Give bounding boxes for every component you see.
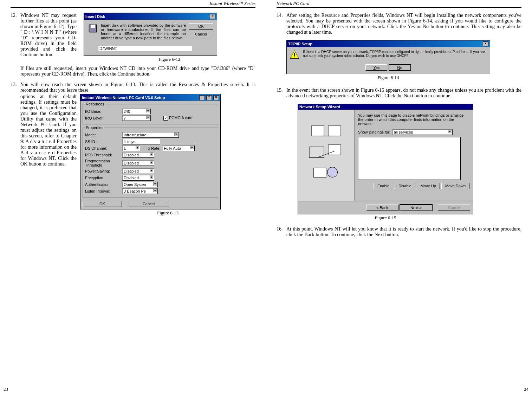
step-14-text: After setting the Resource and Propertie… <box>286 13 521 35</box>
io-base-select[interactable]: 240 <box>122 109 151 114</box>
figure-6-13-caption: Figure 6-13 <box>80 210 255 216</box>
disable-button[interactable]: DisableDisable <box>395 183 415 189</box>
setup-dialog: Instant Wireless Network PC Card V3.0 Se… <box>80 94 221 209</box>
wizard-illustration <box>298 110 355 201</box>
step-15-text: In the event that the screen shown in Fi… <box>286 88 521 99</box>
minimize-icon[interactable]: _ <box>199 95 205 100</box>
page-header-right: Network PC Card <box>277 0 521 8</box>
svg-text:!: ! <box>293 52 295 58</box>
encryption-select[interactable]: Disabled <box>122 175 154 181</box>
io-base-label: I/O Base: <box>85 109 120 114</box>
irq-label: IRQ Level: <box>85 116 120 120</box>
dialog-title: Network Setup Wizard <box>299 105 340 109</box>
mode-label: Mode: <box>85 133 120 137</box>
maximize-icon[interactable]: □ <box>206 95 212 100</box>
pcmcia-checkbox[interactable]: ✓ <box>163 116 168 121</box>
resources-group: Resources <box>85 102 105 106</box>
dialog-message: Insert disk with software provided by th… <box>98 23 189 40</box>
step-16-text: At this point, Windows NT will let you k… <box>286 226 521 238</box>
auth-select[interactable]: Open Systen <box>122 182 158 187</box>
enable-button[interactable]: EnableEnable <box>374 183 393 189</box>
frag-select[interactable]: Disabled <box>122 160 154 166</box>
close-icon[interactable]: × <box>210 14 215 19</box>
cancel-button[interactable]: Cancel <box>189 31 213 37</box>
figure-6-14-caption: Figure 6-14 <box>286 75 490 80</box>
rts-label: RTS Threshold: <box>85 153 120 157</box>
disk-icon <box>87 23 98 40</box>
power-label: Power Saving: <box>85 169 120 173</box>
warning-icon: ! <box>290 50 299 60</box>
rts-select[interactable]: Disabled <box>122 152 154 158</box>
move-up-button[interactable]: Move UpMove Up <box>417 183 440 189</box>
next-button[interactable]: Next > <box>400 204 433 211</box>
close-icon[interactable]: × <box>483 41 488 46</box>
svg-rect-8 <box>313 168 326 177</box>
step-12-text: Windows NT may request further files at … <box>20 13 77 62</box>
encryption-label: Encryption: <box>85 176 120 180</box>
figure-6-12-caption: Figure 6-12 <box>84 57 255 62</box>
bindings-listbox[interactable] <box>358 137 461 180</box>
dialog-title: Instant Wireless Network PC Card V3.0 Se… <box>82 96 165 100</box>
dialog-title: TCP/IP Setup <box>288 42 312 46</box>
step-13-number: 13. <box>11 82 20 216</box>
ds-channel-label: DS Channel: <box>85 146 120 150</box>
back-button[interactable]: < Back <box>366 205 398 211</box>
page-number-left: 23 <box>4 387 8 392</box>
step-15-number: 15. <box>277 88 286 99</box>
frag-label: Fragmentation Threshold <box>85 159 120 167</box>
cancel-button[interactable]: Cancel <box>438 205 470 211</box>
pcmcia-label: PCMCIA card <box>169 116 193 120</box>
cancel-button[interactable]: Cancel <box>129 201 168 207</box>
power-select[interactable]: Disabled <box>122 168 154 174</box>
page-number-right: 24 <box>524 387 528 392</box>
ssid-label: SS ID: <box>85 140 120 144</box>
step-13-intro: You will now reach the screen shown in F… <box>20 82 255 93</box>
show-bindings-select[interactable]: all services <box>392 129 453 135</box>
listen-select[interactable]: 3 Beacon Pe <box>122 188 158 194</box>
step-12-continued: If files are still requested, insert you… <box>20 66 255 77</box>
network-wizard-dialog: Network Setup Wizard Yo <box>298 104 473 214</box>
properties-group: Properties <box>85 125 104 130</box>
ok-button[interactable]: OK <box>83 201 122 207</box>
mode-select[interactable]: Infrastructure <box>122 132 179 138</box>
close-icon[interactable]: × <box>213 95 219 100</box>
yes-button[interactable]: YYeses <box>365 64 387 71</box>
insert-disk-dialog: Insert Disk × Insert disk with software … <box>84 13 217 56</box>
figure-6-15-caption: Figure 6-15 <box>298 215 473 221</box>
svg-rect-1 <box>91 25 95 28</box>
step-14-number: 14. <box>277 13 286 35</box>
svg-rect-4 <box>311 126 324 136</box>
ssid-input[interactable]: linksys <box>122 139 160 144</box>
dialog-title: Insert Disk <box>85 14 105 19</box>
tcpip-dialog: TCP/IP Setup × ! If there is a DHCP serv… <box>286 40 490 74</box>
svg-point-9 <box>327 167 338 177</box>
no-button[interactable]: NoNo <box>389 64 411 71</box>
svg-rect-5 <box>328 126 341 136</box>
irq-select[interactable]: 7 <box>122 115 151 121</box>
step-13-text: options at their default settings. If se… <box>20 94 77 216</box>
svg-rect-7 <box>328 145 341 155</box>
path-input[interactable]: D:\WINNT <box>98 46 192 51</box>
ds-channel-select[interactable]: 1 <box>122 145 140 151</box>
step-12-number: 12. <box>11 13 20 77</box>
tx-rate-select[interactable]: Fully Auto <box>163 145 195 151</box>
show-bindings-label: Show Bindings for: <box>358 130 390 134</box>
dialog-message: If there is a DHCP server on your networ… <box>303 50 487 60</box>
tx-rate-label: Tx Rate: <box>146 146 161 150</box>
listen-label: Listen Interval: <box>85 189 120 193</box>
step-16-number: 16. <box>277 226 286 238</box>
ok-button[interactable]: OK <box>189 23 213 30</box>
auth-label: Authentication <box>85 182 120 187</box>
move-down-button[interactable]: Move DownMove Down <box>441 183 469 189</box>
wizard-intro: You may use this page to disable network… <box>358 113 469 126</box>
page-header-left: Instant Wireless™ Series <box>11 0 255 8</box>
